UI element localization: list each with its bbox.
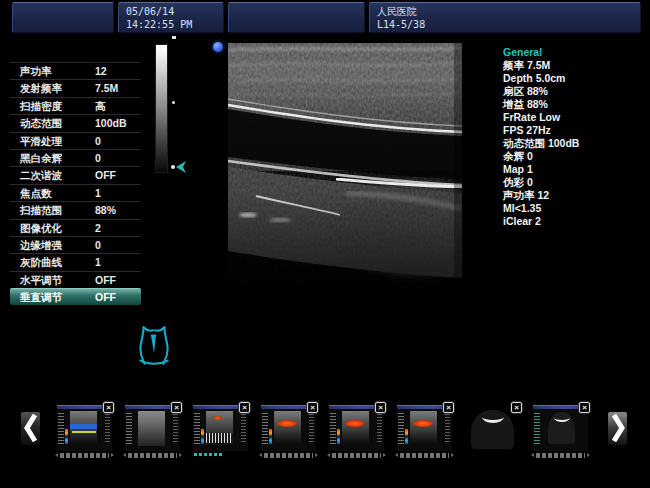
grayscale-bar <box>155 44 168 173</box>
param-row-horizontal-adjust[interactable]: 水平调节OFF <box>10 271 141 288</box>
ultrasound-app-screen: 05/06/14 14:22:55 PM 人民医院 L14-5/38 <box>0 0 650 488</box>
convex-near-field-arc <box>554 413 570 422</box>
info-map: Map 1 <box>503 163 645 176</box>
thumbnail-image <box>274 411 301 446</box>
info-persistence: 余辉 0 <box>503 150 645 163</box>
info-frequency: 频率 7.5M <box>503 59 645 72</box>
hospital-name: 人民医院 <box>377 5 633 18</box>
thumbnail-close-button[interactable]: × <box>103 402 114 413</box>
general-info-panel: General 频率 7.5M Depth 5.0cm 扇区 88% 增益 88… <box>503 46 645 228</box>
doppler-red-blob <box>277 420 297 427</box>
spectral-trace <box>206 433 233 443</box>
param-row-image-optimize[interactable]: 图像优化2 <box>10 219 141 236</box>
convex-near-field-arc <box>482 411 504 423</box>
thumbnail-3[interactable]: × <box>193 405 248 451</box>
thumbnail-measure-text <box>194 453 224 456</box>
probe-model: L14-5/38 <box>377 18 633 31</box>
thumbnails-next-button[interactable] <box>608 412 627 445</box>
thumbnail-caption <box>264 453 313 458</box>
topbar-middle-box <box>228 2 365 33</box>
info-fps: FPS 27Hz <box>503 124 645 137</box>
thumbnail-4[interactable]: × <box>261 405 316 451</box>
info-depth: Depth 5.0cm <box>503 72 645 85</box>
param-row-acoustic-power[interactable]: 声功率12 <box>10 62 141 79</box>
thumbnail-caption <box>60 453 109 458</box>
thumbnail-right-annotations <box>445 412 450 442</box>
thumbnail-6[interactable]: × <box>397 405 452 451</box>
param-row-tx-frequency[interactable]: 发射频率7.5M <box>10 79 141 96</box>
thumbnail-close-button[interactable]: × <box>375 402 386 413</box>
doppler-colorbar <box>269 429 272 444</box>
chevron-right-icon <box>609 412 627 444</box>
doppler-colorbar <box>201 429 204 444</box>
thumbnail-left-annotations <box>534 412 540 444</box>
thumbnail-left-annotations <box>330 412 336 444</box>
thumbnail-1[interactable]: × <box>57 405 112 451</box>
thumbnail-close-button[interactable]: × <box>171 402 182 413</box>
info-chroma: 伪彩 0 <box>503 176 645 189</box>
param-row-gray-curve[interactable]: 灰阶曲线1 <box>10 253 141 270</box>
topbar-hospital-box: 人民医院 L14-5/38 <box>369 2 641 33</box>
info-mi: MI<1.35 <box>503 202 645 215</box>
thumbnail-image <box>410 411 437 446</box>
thumbnail-caption <box>128 453 177 458</box>
topbar-datetime-box: 05/06/14 14:22:55 PM <box>118 2 224 33</box>
parameter-menu: 声功率12 发射频率7.5M 扫描密度高 动态范围100dB 平滑处理0 黑白余… <box>10 62 141 305</box>
ultrasound-image <box>228 43 462 376</box>
thumbnail-close-button[interactable]: × <box>579 402 590 413</box>
topbar-blank-box <box>12 2 114 33</box>
time-text: 14:22:55 PM <box>126 18 216 31</box>
thumbnail-caption <box>400 453 449 458</box>
thumbnail-image <box>206 411 233 446</box>
thumbnail-left-annotations <box>398 412 404 444</box>
param-row-focus-number[interactable]: 焦点数1 <box>10 184 141 201</box>
thumbnail-right-annotations <box>105 412 110 442</box>
param-row-edge-enhance[interactable]: 边缘增强0 <box>10 236 141 253</box>
thumbnail-close-button[interactable]: × <box>511 402 522 413</box>
thumbnail-8[interactable]: × <box>533 405 588 451</box>
thumbnail-right-annotations <box>241 412 246 442</box>
thumbnail-image <box>138 411 165 446</box>
thumbnail-image <box>70 411 97 446</box>
thumbnail-right-annotations <box>309 412 314 442</box>
thumbnail-left-annotations <box>58 412 64 444</box>
general-panel-title: General <box>503 46 645 59</box>
thumbnail-close-button[interactable]: × <box>307 402 318 413</box>
doppler-colorbar <box>405 429 408 444</box>
info-iclear: iClear 2 <box>503 215 645 228</box>
tgc-mid-marker <box>172 101 175 104</box>
focus-arrow-icon <box>176 161 186 173</box>
thumbnail-caption <box>332 453 381 458</box>
thumbnail-close-button[interactable]: × <box>239 402 250 413</box>
info-dynamic-range: 动态范围 100dB <box>503 137 645 150</box>
param-row-bw-persistence[interactable]: 黑白余辉0 <box>10 149 141 166</box>
tgc-top-marker <box>172 36 176 39</box>
thumbnail-close-button[interactable]: × <box>443 402 454 413</box>
param-row-smoothing[interactable]: 平滑处理0 <box>10 132 141 149</box>
thumbnail-image <box>342 411 369 446</box>
convex-image-body <box>548 412 575 444</box>
param-row-dynamic-range[interactable]: 动态范围100dB <box>10 114 141 131</box>
thumbnail-right-annotations <box>377 412 382 442</box>
thumbnails-prev-button[interactable] <box>21 412 40 445</box>
info-frame-rate: FrRate Low <box>503 111 645 124</box>
param-row-harmonic[interactable]: 二次谐波OFF <box>10 166 141 183</box>
info-gain: 增益 88% <box>503 98 645 111</box>
info-sector: 扇区 88% <box>503 85 645 98</box>
convex-image-body <box>471 410 514 449</box>
thumbnail-right-annotations <box>173 412 178 442</box>
thumbnail-caption <box>536 453 585 458</box>
param-row-scan-range[interactable]: 扫描范围88% <box>10 201 141 218</box>
thumbnail-2[interactable]: × <box>125 405 180 451</box>
tgc-bottom-marker <box>171 165 175 169</box>
doppler-red-blob <box>413 420 433 427</box>
date-text: 05/06/14 <box>126 5 216 18</box>
thumbnail-left-annotations <box>194 412 200 444</box>
thumbnail-7[interactable]: × <box>465 405 520 451</box>
thumbnail-5[interactable]: × <box>329 405 384 451</box>
info-acoustic-power: 声功率 12 <box>503 189 645 202</box>
doppler-red-spot <box>213 416 222 420</box>
param-row-scan-density[interactable]: 扫描密度高 <box>10 97 141 114</box>
body-marker-icon <box>136 322 172 368</box>
param-row-vertical-adjust[interactable]: 垂直调节OFF <box>10 288 141 305</box>
